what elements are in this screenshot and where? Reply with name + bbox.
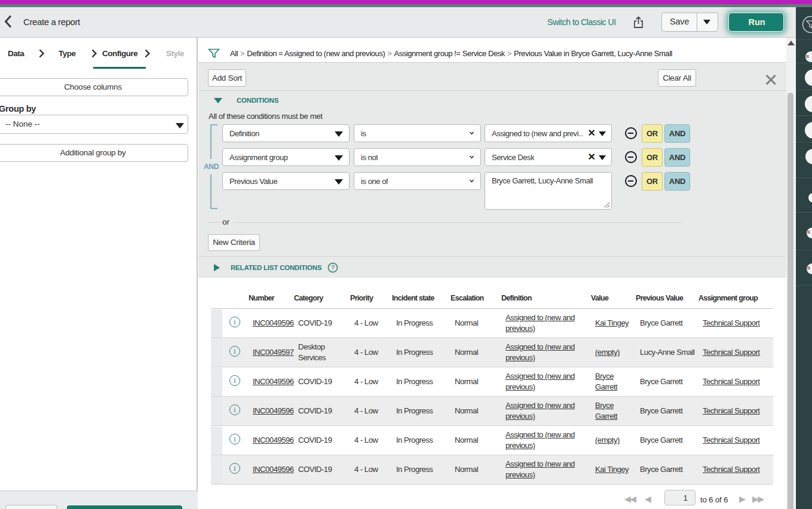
svg-text:?: ?: [331, 264, 335, 271]
